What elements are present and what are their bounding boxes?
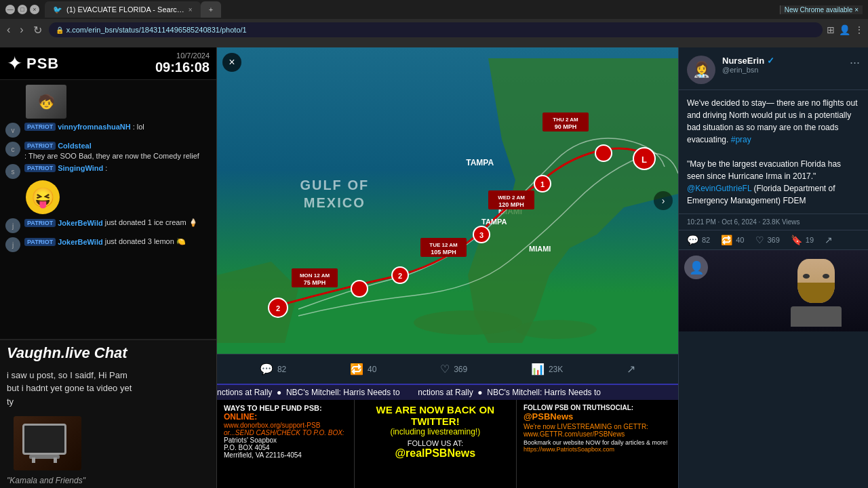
share-icon: ↗ xyxy=(825,235,833,245)
svg-point-11 xyxy=(595,145,612,161)
tweet-reply-button[interactable]: 💬 82 xyxy=(687,235,710,245)
address-bar[interactable]: 🔒 x.com/erin_bsn/status/1843114496585240… xyxy=(49,22,823,37)
avatar: s xyxy=(5,164,20,179)
tweet-timestamp: 10:21 PM · Oct 6, 2024 · 23.8K Views xyxy=(687,218,800,226)
patriot-badge: PATRIOT xyxy=(24,219,56,227)
chat-line-2: but i hadnt yet gone ta video yet xyxy=(7,382,210,395)
refresh-button[interactable]: ↻ xyxy=(31,22,45,38)
chat-bubble: PATRIOT JokerBeWild just donated 3 lemon… xyxy=(24,237,211,246)
map-close-button[interactable]: × xyxy=(222,53,241,72)
close-button[interactable]: × xyxy=(30,5,39,14)
chat-bubble: PATRIOT JokerBeWild just donated 1 ice c… xyxy=(24,218,211,227)
like-button[interactable]: ♡ 369 xyxy=(440,363,467,375)
time-display: 09:16:08 xyxy=(155,60,210,75)
tab-title: (1) EVACUATE FLORIDA - Searc… xyxy=(66,5,184,14)
reply-count: 82 xyxy=(277,365,286,374)
tweet-text-1: We've decided to stay— there are no flig… xyxy=(687,98,858,144)
left-eye xyxy=(803,274,810,279)
tweet-bookmark-button[interactable]: 🔖 19 xyxy=(791,235,814,245)
url-text: x.com/erin_bsn/status/184311449658524083… xyxy=(66,26,247,34)
svg-point-4 xyxy=(351,281,368,297)
website-url: https://www.PatriotsSoapbox.com xyxy=(524,446,671,453)
tweet-meta: 10:21 PM · Oct 6, 2024 · 23.8K Views xyxy=(679,214,868,230)
svg-text:THU 2 AM: THU 2 AM xyxy=(553,117,578,123)
twitter-sidebar: 👩‍⚕️ NurseErin ✓ @erin_bsn ··· We've dec… xyxy=(678,47,868,488)
chat-avatar-item: 🧒 xyxy=(0,83,216,121)
svg-text:TAMPA: TAMPA xyxy=(481,218,507,226)
back-button[interactable]: ‹ xyxy=(4,22,13,37)
bookmark-icon: 🔖 xyxy=(791,235,802,245)
emoji-sticker: 😝 xyxy=(26,180,60,214)
retweet-button[interactable]: 🔁 40 xyxy=(350,363,376,375)
donate-name: Patriots' Soapbox xyxy=(224,436,347,444)
verified-badge: ✓ xyxy=(767,56,774,66)
svg-text:MIAMI: MIAMI xyxy=(529,245,551,253)
streamer-face-shape xyxy=(797,259,835,303)
hurricane-map: × › GULF OFMEXICO TAMPA MIAMI xyxy=(217,47,678,354)
tab-favicon: 🐦 xyxy=(53,5,62,14)
gettr-label: We're now LIVESTREAMING on GETTR: xyxy=(524,423,671,430)
tv-screen xyxy=(22,424,66,455)
tweet-retweet-button[interactable]: 🔁 40 xyxy=(721,235,744,245)
map-next-button[interactable]: › xyxy=(654,191,673,210)
tv-caption: "Kamala and Friends" xyxy=(0,476,216,488)
svg-text:WED 2 AM: WED 2 AM xyxy=(498,195,525,201)
minimize-button[interactable]: — xyxy=(5,5,15,14)
chat-username: JokerBeWild xyxy=(58,238,103,246)
streamer-main xyxy=(787,256,848,327)
svg-point-0 xyxy=(414,310,522,335)
active-tab[interactable]: 🐦 (1) EVACUATE FLORIDA - Searc… × xyxy=(45,1,201,18)
follow-label: FOLLOW US AT: xyxy=(361,439,509,447)
website-note: Bookmark our website NOW for daily artic… xyxy=(524,439,671,446)
share-button[interactable]: ↗ xyxy=(627,363,635,375)
forward-button[interactable]: › xyxy=(17,22,26,37)
retweet-icon: 🔁 xyxy=(350,363,363,375)
patriot-badge: PATRIOT xyxy=(24,142,56,150)
bottom-bar: WAYS TO HELP FUND PSB: ONLINE: www.donor… xyxy=(217,400,678,488)
tweet-mention[interactable]: @KevinGuthrieFL xyxy=(687,184,751,193)
twitter-handle: @realPSBNews xyxy=(361,447,509,460)
chat-item: s PATRIOT SingingWind : 😝 xyxy=(0,162,216,216)
svg-text:2: 2 xyxy=(398,272,402,280)
tweet-more-button[interactable]: ··· xyxy=(850,56,860,70)
tweet-header: 👩‍⚕️ NurseErin ✓ @erin_bsn ··· xyxy=(679,47,868,90)
chat-line-1: i saw u post, so I saidf, Hi Pam xyxy=(7,369,210,382)
browser-toolbar: ‹ › ↻ 🔒 x.com/erin_bsn/status/1843114496… xyxy=(0,19,868,41)
tweet-author-handle: @erin_bsn xyxy=(722,66,843,74)
ts-handle: @PSBNews xyxy=(524,411,671,422)
shirt xyxy=(791,306,842,327)
psb-header: ✦ PSB 10/7/2024 09:16:08 xyxy=(0,47,216,80)
donate-header: WAYS TO HELP FUND PSB: xyxy=(224,404,347,412)
chart-icon: 📊 xyxy=(531,363,545,375)
chat-username: JokerBeWild xyxy=(58,219,103,227)
engagement-bar: 💬 82 🔁 40 ♡ 369 📊 23K ↗ xyxy=(217,354,678,384)
new-tab-button[interactable]: + xyxy=(201,1,221,18)
reply-icon: 💬 xyxy=(260,363,273,375)
svg-text:120 MPH: 120 MPH xyxy=(498,201,524,208)
tweet-text-2: "May be the largest evacuation Florida h… xyxy=(687,159,841,181)
chat-row: j PATRIOT JokerBeWild just donated 3 lem… xyxy=(5,237,211,252)
tweet-hashtag[interactable]: #pray xyxy=(731,135,751,144)
like-count: 369 xyxy=(454,365,467,374)
profile-icon[interactable]: 👤 xyxy=(839,24,850,35)
browser-chrome: — □ × 🐦 (1) EVACUATE FLORIDA - Searc… × … xyxy=(0,0,868,47)
chrome-update-banner[interactable]: New Chrome available × xyxy=(780,5,863,14)
chat-row: s PATRIOT SingingWind : xyxy=(5,164,211,179)
tweet-like-button[interactable]: ♡ 369 xyxy=(755,235,780,245)
maximize-button[interactable]: □ xyxy=(18,5,27,14)
tweet-user-info: NurseErin ✓ @erin_bsn xyxy=(722,56,843,74)
ts-header: FOLLOW PSB ON TRUTHSOCIAL: xyxy=(524,404,671,411)
patriot-badge: PATRIOT xyxy=(24,238,56,246)
donate-url: www.donorbox.org/support-PSB xyxy=(224,422,347,429)
window-controls[interactable]: — □ × xyxy=(5,5,39,14)
vaughn-banner: Vaughn.live Chat xyxy=(0,339,216,366)
tweet-body: We've decided to stay— there are no flig… xyxy=(679,90,868,214)
menu-icon[interactable]: ⋮ xyxy=(854,24,864,35)
tab-close-button[interactable]: × xyxy=(189,6,193,14)
tv-image-container xyxy=(0,411,216,476)
svg-text:MON 12 AM: MON 12 AM xyxy=(300,272,330,279)
reply-button[interactable]: 💬 82 xyxy=(260,363,286,375)
heart-icon: ♡ xyxy=(755,235,764,245)
extensions-icon[interactable]: ⊞ xyxy=(827,24,835,35)
tweet-share-button[interactable]: ↗ xyxy=(825,235,833,245)
